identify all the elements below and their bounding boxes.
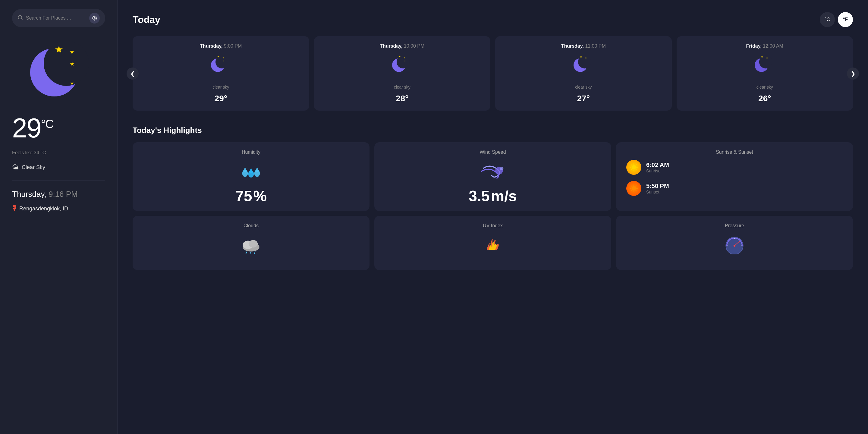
wind-value: 3.5 <box>469 189 490 204</box>
forecast-condition-2: clear sky <box>394 85 410 90</box>
forecast-icon-4 <box>752 53 777 81</box>
weather-illustration <box>12 36 105 105</box>
humidity-unit: % <box>253 189 267 204</box>
uv-label: UV Index <box>381 223 604 228</box>
svg-line-57 <box>246 252 247 254</box>
search-bar <box>12 9 105 27</box>
sunrise-icon <box>626 160 641 175</box>
sunset-time: 5:50 PM <box>646 183 669 190</box>
pressure-icon <box>722 233 747 257</box>
svg-point-62 <box>734 245 735 247</box>
date-label: Thursday, <box>12 190 46 198</box>
sun-times-label: Sunrise & Sunset <box>623 150 846 155</box>
search-icon <box>18 15 23 22</box>
forecast-icon-1 <box>209 53 233 81</box>
forecast-time-4: Friday, 12:00 AM <box>746 43 783 49</box>
sunrise-details: 6:02 AM Sunrise <box>646 161 669 173</box>
svg-line-42 <box>636 169 636 170</box>
search-input[interactable] <box>26 16 86 21</box>
sunrise-label: Sunrise <box>646 168 669 173</box>
highlights-grid: Humidity 75 % Wind Speed <box>133 142 853 270</box>
svg-point-25 <box>759 56 772 68</box>
svg-line-44 <box>631 169 632 170</box>
clouds-icon <box>238 233 265 257</box>
sun-times-rows: 6:02 AM Sunrise <box>623 160 846 196</box>
forecast-time-2: Thursday, 10:00 PM <box>380 43 424 49</box>
carousel-next-button[interactable]: ❯ <box>847 67 859 80</box>
forecast-temp-3: 27° <box>577 94 590 103</box>
unit-toggle: °C °F <box>820 12 853 27</box>
uv-index-card: UV Index <box>374 216 611 270</box>
forecast-card-4: Friday, 12:00 AM clear sky 26° <box>677 36 853 111</box>
svg-line-59 <box>254 252 255 254</box>
svg-line-53 <box>631 190 632 191</box>
svg-point-21 <box>578 56 591 68</box>
svg-point-36 <box>632 165 636 169</box>
condition-label: Clear Sky <box>22 164 45 170</box>
svg-point-45 <box>632 186 636 190</box>
current-temperature: 29°C <box>12 115 105 142</box>
sunrise-time: 6:02 AM <box>646 161 669 168</box>
sunset-label: Sunset <box>646 190 669 194</box>
highlights-title: Today's Highlights <box>133 126 853 135</box>
svg-line-51 <box>636 190 636 191</box>
uv-icon <box>481 233 505 257</box>
clouds-card: Clouds <box>133 216 370 270</box>
pin-icon <box>12 205 17 213</box>
clouds-label: Clouds <box>140 223 362 228</box>
svg-line-1 <box>21 19 22 19</box>
sunset-row: 5:50 PM Sunset <box>626 181 843 196</box>
humidity-card: Humidity 75 % <box>133 142 370 211</box>
forecast-temp-2: 28° <box>396 94 408 103</box>
carousel-prev-button[interactable]: ❮ <box>127 67 138 80</box>
forecast-card-2: Thursday, 10:00 PM clear sky 28° <box>314 36 491 111</box>
forecast-card-1: Thursday, 9:00 PM clear sky 29° <box>133 36 309 111</box>
svg-line-52 <box>636 186 636 187</box>
forecast-card-3: Thursday, 11:00 PM clear sky 27° <box>495 36 672 111</box>
forecast-time-3: Thursday, 11:00 PM <box>561 43 606 49</box>
forecast-icon-3 <box>571 53 595 81</box>
date-time: Thursday, 9:16 PM <box>12 190 105 199</box>
feels-like: Feels like 34 °C <box>12 150 105 156</box>
location-label: Rengasdengklok, ID <box>19 206 68 212</box>
fahrenheit-button[interactable]: °F <box>838 12 853 27</box>
forecast-temp-4: 26° <box>758 94 771 103</box>
svg-line-41 <box>631 165 632 165</box>
humidity-label: Humidity <box>140 150 362 155</box>
forecast-condition-4: clear sky <box>756 85 773 90</box>
sunset-details: 5:50 PM Sunset <box>646 183 669 194</box>
forecast-icon-2 <box>390 53 414 81</box>
svg-point-11 <box>216 56 228 68</box>
wind-label: Wind Speed <box>381 150 604 155</box>
svg-point-5 <box>44 41 89 86</box>
sunrise-row: 6:02 AM Sunrise <box>626 160 843 175</box>
weather-condition: 🌤 Clear Sky <box>12 163 105 171</box>
svg-point-56 <box>249 240 258 248</box>
today-title: Today <box>133 14 160 25</box>
wind-speed-card: Wind Speed 3.5 m/s <box>374 142 611 211</box>
location-row: Rengasdengklok, ID <box>12 205 105 213</box>
main-header: Today °C °F <box>133 12 853 27</box>
humidity-icon <box>239 160 263 184</box>
svg-line-43 <box>636 165 636 165</box>
forecast-condition-3: clear sky <box>575 85 592 90</box>
forecast-temp-1: 29° <box>215 94 227 103</box>
time-label: 9:16 PM <box>49 190 78 198</box>
svg-marker-33 <box>255 167 259 173</box>
forecast-time-1: Thursday, 9:00 PM <box>200 43 242 49</box>
pressure-card: Pressure <box>616 216 853 270</box>
svg-point-16 <box>397 56 410 68</box>
celsius-button[interactable]: °C <box>820 12 835 27</box>
condition-icon: 🌤 <box>12 163 19 171</box>
svg-marker-31 <box>249 168 253 173</box>
forecast-carousel: Thursday, 9:00 PM clear sky 29° <box>133 36 853 111</box>
gps-location-button[interactable] <box>89 13 100 24</box>
sidebar: 29°C Feels like 34 °C 🌤 Clear Sky Thursd… <box>0 0 118 434</box>
sun-times-card: Sunrise & Sunset <box>616 142 853 211</box>
humidity-value: 75 <box>236 189 252 204</box>
sunset-icon <box>626 181 641 196</box>
svg-line-50 <box>631 186 632 187</box>
svg-marker-29 <box>243 167 247 173</box>
pressure-label: Pressure <box>623 223 846 228</box>
svg-point-2 <box>94 18 95 19</box>
